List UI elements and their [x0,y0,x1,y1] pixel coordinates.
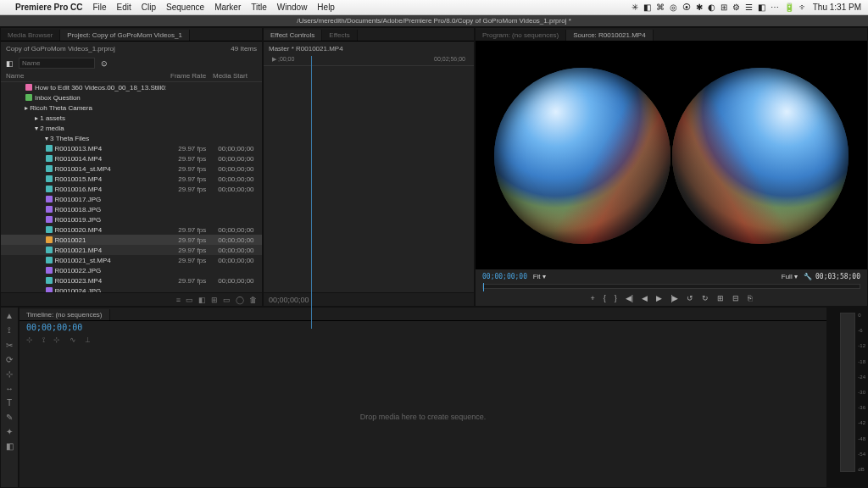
menubar-status-item[interactable]: ⋯ [771,3,779,12]
project-item[interactable]: R0010018.JPG [1,204,262,214]
app-name[interactable]: Premiere Pro CC [15,3,82,12]
project-item[interactable]: R0010014_st.MP429.97 fps00;00;00;00 [1,164,262,174]
tab-source-monitor[interactable]: Source: R0010021.MP4 [566,30,653,41]
project-item[interactable]: R0010015.MP429.97 fps00;00;00;00 [1,174,262,184]
tab-effects[interactable]: Effects [322,30,357,41]
monitor-resolution-dropdown[interactable]: Full [782,273,793,280]
project-footer-button[interactable]: ≡ [176,296,181,304]
menubar-status-item[interactable]: ✳ [632,3,638,12]
menubar-status-item[interactable]: ◎ [670,3,677,12]
menubar-status-item[interactable]: Thu 1:31 PM [813,3,861,12]
menubar-status-item[interactable]: ◐ [708,3,715,12]
project-item[interactable]: ▸ 1 assets [1,113,262,123]
project-footer-button[interactable]: ▭ [223,296,231,304]
project-item[interactable]: R0010013.MP429.97 fps00;00;00;00 [1,143,262,153]
project-item[interactable]: ▸ Ricoh Theta Camera [1,103,262,113]
project-item[interactable]: R0010017.JPG [1,194,262,204]
project-item[interactable]: R0010016.MP429.97 fps00;00;00;00 [1,184,262,194]
item-name: R0010020.MP4 [55,226,179,234]
tab-effect-controls[interactable]: Effect Controls [264,30,322,41]
tool-button[interactable]: ↔ [5,384,14,393]
transport-button[interactable]: { [604,294,606,302]
col-name[interactable]: Name [1,72,170,80]
project-item[interactable]: How to Edit 360 Videos.00_00_18_13.Still… [1,82,262,92]
project-item[interactable]: R0010023.MP429.97 fps00;00;00;00 [1,275,262,286]
tool-button[interactable]: ⊹ [6,369,13,379]
tool-button[interactable]: ◧ [6,441,14,451]
transport-button[interactable]: ◀| [626,294,633,302]
tool-button[interactable]: ⟳ [6,355,13,364]
menu-help[interactable]: Help [317,3,335,12]
timeline-track-toggles[interactable]: ⊹ ⟟ ⊹ ∿ ⟂ [19,334,826,347]
project-item[interactable]: Inbox Question [1,92,262,103]
menu-window[interactable]: Window [277,3,308,12]
menu-sequence[interactable]: Sequence [166,3,204,12]
menubar-status-item[interactable]: ⊞ [721,3,727,12]
monitor-scrub-bar[interactable] [482,284,860,289]
tab-program-monitor[interactable]: Program: (no sequences) [476,30,566,41]
menubar-status-item[interactable]: ◧ [643,3,651,12]
project-footer-button[interactable]: ▭ [186,296,193,304]
tool-button[interactable]: ✂ [6,341,13,350]
menu-marker[interactable]: Marker [214,3,241,12]
menubar-status-item[interactable]: ⦿ [682,3,691,12]
menu-file[interactable]: File [92,3,106,12]
tool-button[interactable]: ⟟ [8,325,11,336]
menu-title[interactable]: Title [251,3,267,12]
transport-button[interactable]: |▶ [670,294,678,302]
timeline-timecode[interactable]: 00;00;00;00 [19,321,826,334]
menubar-status-item[interactable]: ᯤ [799,3,808,12]
meter-tick: -36 [858,405,865,410]
project-footer-button[interactable]: ⊞ [211,296,218,304]
project-footer-button[interactable]: ◧ [198,296,206,304]
timeline-drop-area[interactable]: Drop media here to create sequence. [19,347,826,487]
monitor-view[interactable] [476,42,867,269]
tool-button[interactable]: ▲ [5,311,14,320]
project-item[interactable]: R0010022.JPG [1,265,262,275]
project-item[interactable]: R0010021.MP429.97 fps00;00;00;00 [1,245,262,255]
tool-button[interactable]: ✎ [6,413,13,422]
menubar-status-item[interactable]: ⚙ [732,3,740,12]
project-item[interactable]: R0010024.JPG [1,286,262,292]
menubar-status-item[interactable]: ✱ [696,3,703,12]
project-item[interactable]: R001002129.97 fps00;00;00;00 [1,235,262,245]
project-item[interactable]: ▾ 3 Theta Files [1,133,262,143]
menubar-status-item[interactable]: ◧ [758,3,765,12]
project-item[interactable]: R0010014.MP429.97 fps00;00;00;00 [1,153,262,164]
project-item[interactable]: ▾ 2 media [1,123,262,133]
transport-button[interactable]: ⊞ [717,294,724,302]
col-media-start[interactable]: Media Start [213,72,255,80]
effect-master-clip[interactable]: Master * R0010021.MP4 [264,42,474,56]
search-clear-icon[interactable]: ⊙ [100,59,108,68]
transport-button[interactable]: ↻ [702,294,709,302]
monitor-timecode-current[interactable]: 00;00;00;00 [482,273,527,280]
project-item-list[interactable]: How to Edit 360 Videos.00_00_18_13.Still… [1,82,262,292]
transport-button[interactable]: ⊟ [732,294,739,302]
project-item[interactable]: R0010019.JPG [1,214,262,225]
menubar-status-item[interactable]: ☰ [745,3,753,12]
filter-icon[interactable]: ◧ [6,59,14,68]
item-name: R0010013.MP4 [55,145,179,152]
project-footer-button[interactable]: ◯ [236,296,244,304]
tab-project[interactable]: Project: Copy of GoProMom Videos_1 [60,30,189,41]
transport-button[interactable]: ▶ [656,294,662,302]
project-item[interactable]: R0010021_st.MP429.97 fps00;00;00;00 [1,255,262,265]
transport-button[interactable]: + [591,294,595,302]
col-framerate[interactable]: Frame Rate [170,72,213,80]
menubar-status-item[interactable]: ⌘ [656,3,665,12]
project-search-input[interactable] [19,58,95,69]
tab-media-browser[interactable]: Media Browser [1,30,60,41]
menu-clip[interactable]: Clip [142,3,156,12]
project-item[interactable]: R0010020.MP429.97 fps00;00;00;00 [1,225,262,235]
transport-button[interactable]: } [615,294,617,302]
monitor-fit-dropdown[interactable]: Fit [533,273,541,280]
menubar-status-item[interactable]: 🔋 [784,3,794,12]
transport-button[interactable]: ⎘ [748,294,752,302]
tool-button[interactable]: T [7,398,12,408]
project-footer-button[interactable]: 🗑 [249,296,257,304]
transport-button[interactable]: ↺ [687,294,693,302]
menu-edit[interactable]: Edit [117,3,131,12]
tool-button[interactable]: ✦ [6,427,13,436]
tab-timeline[interactable]: Timeline: (no sequences) [19,309,110,320]
transport-button[interactable]: ◀ [642,294,648,302]
